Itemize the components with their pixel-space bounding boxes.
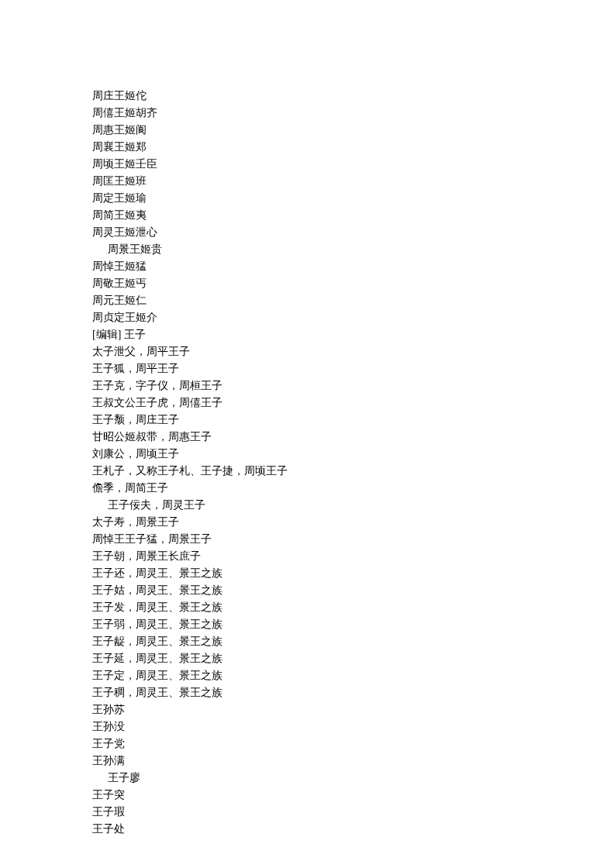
text-line: 周僖王姬胡齐 [92, 105, 526, 122]
text-line: 王子还，周灵王、景王之族 [92, 565, 526, 582]
text-line: 周元王姬仁 [92, 292, 526, 309]
text-line: 儋季，周简王子 [92, 480, 526, 497]
text-line: 周顷王姬壬臣 [92, 156, 526, 173]
text-line: 王子朝，周景王长庶子 [92, 548, 526, 565]
text-line: 太子寿，周景王子 [92, 514, 526, 531]
text-line: 王孙满 [92, 753, 526, 770]
text-line: 王子狐，周平王子 [92, 360, 526, 377]
text-line: 王子延，周灵王、景王之族 [92, 650, 526, 667]
text-line: 周庄王姬佗 [92, 88, 526, 105]
text-line: 太子泄父，周平王子 [92, 343, 526, 360]
text-line: 王子瑕 [92, 804, 526, 821]
text-line: 周景王姬贵 [92, 241, 526, 258]
text-line: 刘康公，周顷王子 [92, 446, 526, 463]
text-line: 周襄王姬郑 [92, 139, 526, 156]
text-line: 王子党 [92, 735, 526, 753]
text-line: 周悼王姬猛 [92, 258, 526, 275]
text-line: 周定王姬瑜 [92, 190, 526, 207]
text-line: 王札子，又称王子札、王子捷，周顷王子 [92, 463, 526, 480]
text-line: 周悼王王子猛，周景王子 [92, 531, 526, 548]
text-line: 王子佞夫，周灵王子 [92, 497, 526, 514]
text-line: 周敬王姬丐 [92, 275, 526, 292]
text-line: 甘昭公姬叔带，周惠王子 [92, 429, 526, 446]
text-line: 周灵王姬泄心 [92, 224, 526, 241]
text-line: 王子稠，周灵王、景王之族 [92, 684, 526, 701]
text-line: 王子弱，周灵王、景王之族 [92, 616, 526, 633]
text-line: 王子处 [92, 821, 526, 838]
text-line: 王子颓，周庄王子 [92, 412, 526, 429]
text-line: 王子突 [92, 787, 526, 804]
text-line: 王子发，周灵王、景王之族 [92, 599, 526, 616]
text-line: 王子廖 [92, 770, 526, 787]
text-line: 王孙没 [92, 718, 526, 735]
text-line: 周匡王姬班 [92, 173, 526, 190]
document-body: 周庄王姬佗周僖王姬胡齐周惠王姬阆周襄王姬郑周顷王姬壬臣周匡王姬班周定王姬瑜周简王… [0, 0, 526, 838]
text-line: 周简王姬夷 [92, 207, 526, 224]
text-line: 周贞定王姬介 [92, 309, 526, 326]
text-line: 王子克，字子仪，周桓王子 [92, 377, 526, 394]
text-line: 王叔文公王子虎，周僖王子 [92, 394, 526, 412]
text-line: 周惠王姬阆 [92, 122, 526, 139]
text-line: [编辑] 王子 [92, 326, 526, 343]
text-line: 王孙苏 [92, 701, 526, 718]
text-line: 王子龊，周灵王、景王之族 [92, 633, 526, 650]
text-line: 王子定，周灵王、景王之族 [92, 667, 526, 684]
text-line: 王子姑，周灵王、景王之族 [92, 582, 526, 599]
